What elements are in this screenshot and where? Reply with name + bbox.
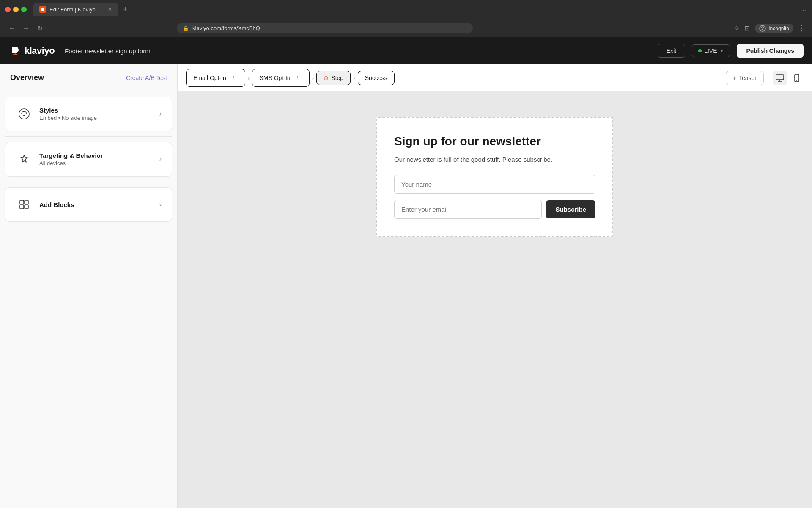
sidebar-item-styles[interactable]: Styles Embed • No side image › — [5, 97, 172, 131]
publish-changes-button[interactable]: Publish Changes — [737, 44, 804, 58]
live-dot-icon — [698, 49, 702, 52]
sidebar-item-add-blocks[interactable]: Add Blocks › — [5, 187, 172, 222]
svg-point-12 — [796, 80, 797, 81]
svg-rect-10 — [776, 75, 784, 80]
subscribe-button[interactable]: Subscribe — [546, 200, 595, 218]
svg-point-5 — [23, 115, 25, 116]
step-nav: Email Opt-In ⋮ › SMS Opt-In ⋮ › ⊕ Step ›… — [178, 64, 812, 91]
app-header: klaviyo Footer newsletter sign up form E… — [0, 37, 812, 64]
back-button[interactable]: ← — [7, 23, 17, 34]
form-name-input[interactable] — [394, 175, 595, 194]
svg-point-1 — [760, 25, 765, 31]
svg-rect-8 — [20, 205, 24, 209]
styles-chevron-icon: › — [159, 110, 162, 118]
sidebar-item-targeting[interactable]: Targeting & Behavior All devices › — [5, 142, 172, 177]
teaser-button[interactable]: + Teaser — [726, 71, 764, 85]
sidebar-header: Overview Create A/B Test — [0, 64, 177, 91]
add-blocks-content: Add Blocks — [39, 201, 153, 208]
bookmark-icon[interactable]: ☆ — [733, 24, 739, 32]
view-icons — [773, 71, 804, 85]
app-body: Overview Create A/B Test Styles Embed • … — [0, 64, 812, 508]
step-arrow-2: › — [312, 75, 314, 81]
form-title: Footer newsletter sign up form — [65, 47, 151, 55]
refresh-button[interactable]: ↻ — [36, 22, 44, 34]
step-plus-icon: ⊕ — [324, 75, 329, 81]
live-chevron-icon: ▼ — [720, 49, 724, 53]
teaser-label: Teaser — [739, 75, 757, 81]
form-email-input[interactable] — [394, 200, 542, 219]
form-preview-description: Our newsletter is full of the good stuff… — [394, 155, 595, 165]
new-tab-button[interactable]: + — [123, 5, 128, 14]
live-status-badge[interactable]: LIVE ▼ — [692, 44, 730, 57]
fullscreen-window-button[interactable] — [21, 7, 27, 12]
step-email-opt-in[interactable]: Email Opt-In ⋮ — [186, 69, 245, 87]
styles-icon — [16, 105, 33, 122]
forward-button[interactable]: → — [21, 23, 31, 34]
targeting-subtitle: All devices — [39, 160, 153, 166]
sidebar: Overview Create A/B Test Styles Embed • … — [0, 64, 178, 508]
browser-action-icons: ☆ ⊡ Incognito ⋮ — [733, 24, 805, 33]
form-preview: Sign up for our newsletter Our newslette… — [376, 117, 613, 237]
svg-point-0 — [41, 8, 44, 11]
live-label: LIVE — [704, 47, 717, 54]
sidebar-divider-2 — [5, 182, 172, 182]
browser-chrome: Edit Form | Klaviyo ✕ + ⌄ ← → ↻ 🔒 klaviy… — [0, 0, 812, 37]
step-arrow-3: › — [353, 75, 355, 81]
styles-subtitle: Embed • No side image — [39, 115, 153, 121]
svg-point-2 — [762, 28, 763, 30]
mobile-view-icon[interactable] — [790, 71, 804, 85]
success-label: Success — [365, 75, 387, 81]
add-blocks-title: Add Blocks — [39, 201, 153, 208]
desktop-view-icon[interactable] — [773, 71, 787, 85]
styles-title: Styles — [39, 107, 153, 114]
klaviyo-logo: klaviyo — [8, 44, 55, 58]
targeting-title: Targeting & Behavior — [39, 152, 153, 159]
sms-opt-in-options-icon[interactable]: ⋮ — [293, 73, 302, 83]
svg-rect-9 — [25, 205, 28, 209]
sms-opt-in-label: SMS Opt-In — [259, 75, 290, 81]
minimize-window-button[interactable] — [13, 7, 19, 12]
main-content: Sign up for our newsletter Our newslette… — [178, 91, 812, 508]
tab-title: Edit Form | Klaviyo — [49, 6, 96, 13]
url-bar[interactable]: 🔒 klaviyo.com/forms/XmcBhQ — [177, 23, 473, 33]
tab-close-button[interactable]: ✕ — [108, 6, 112, 12]
add-blocks-chevron-icon: › — [159, 201, 162, 208]
email-opt-in-label: Email Opt-In — [193, 75, 226, 81]
incognito-label: Incognito — [768, 25, 789, 31]
step-success[interactable]: Success — [358, 71, 395, 85]
lock-icon: 🔒 — [183, 25, 189, 31]
close-window-button[interactable] — [5, 7, 11, 12]
teaser-plus-icon: + — [733, 75, 736, 81]
create-ab-test-link[interactable]: Create A/B Test — [126, 75, 167, 81]
address-bar-row: ← → ↻ 🔒 klaviyo.com/forms/XmcBhQ ☆ ⊡ Inc… — [0, 19, 812, 37]
add-blocks-icon — [16, 196, 33, 213]
step-step[interactable]: ⊕ Step — [316, 71, 351, 85]
window-controls — [5, 7, 27, 12]
exit-button[interactable]: Exit — [658, 44, 685, 58]
step-sms-opt-in[interactable]: SMS Opt-In ⋮ — [252, 69, 309, 87]
form-email-row: Subscribe — [394, 200, 595, 219]
sidebar-icon[interactable]: ⊡ — [744, 24, 750, 32]
right-panel: Email Opt-In ⋮ › SMS Opt-In ⋮ › ⊕ Step ›… — [178, 64, 812, 508]
svg-rect-6 — [20, 200, 24, 204]
url-text: klaviyo.com/forms/XmcBhQ — [192, 25, 260, 31]
more-options-icon[interactable]: ⋮ — [798, 24, 805, 32]
email-opt-in-options-icon[interactable]: ⋮ — [229, 73, 238, 83]
collapse-button[interactable]: ⌄ — [802, 6, 807, 13]
logo-text: klaviyo — [25, 45, 55, 56]
styles-content: Styles Embed • No side image — [39, 107, 153, 121]
sidebar-overview-label: Overview — [10, 73, 44, 82]
svg-rect-7 — [25, 200, 28, 204]
step-label: Step — [331, 75, 343, 81]
form-preview-title: Sign up for our newsletter — [394, 135, 595, 148]
step-arrow-1: › — [248, 75, 250, 81]
targeting-icon — [16, 151, 33, 168]
sidebar-divider-1 — [5, 136, 172, 137]
browser-tab[interactable]: Edit Form | Klaviyo ✕ — [33, 3, 118, 16]
targeting-content: Targeting & Behavior All devices — [39, 152, 153, 166]
targeting-chevron-icon: › — [159, 155, 162, 163]
incognito-badge: Incognito — [755, 24, 793, 33]
tab-favicon — [39, 6, 46, 13]
svg-point-4 — [19, 109, 29, 119]
